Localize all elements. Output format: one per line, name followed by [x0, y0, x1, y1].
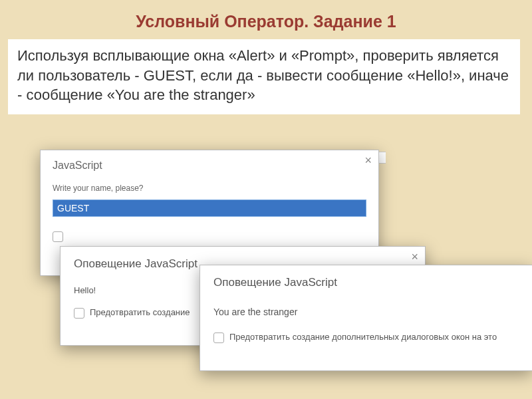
alert-stranger-dialog: Оповещение JavaScript You are the strang… [200, 265, 532, 371]
prevent-checkbox[interactable] [74, 308, 84, 319]
prompt-input[interactable] [53, 200, 366, 217]
alert-message: You are the stranger [200, 307, 532, 332]
close-icon[interactable]: × [411, 251, 418, 263]
prompt-label: Write your name, please? [41, 184, 378, 200]
task-description: Используя всплывающие окна «Alert» и «Pr… [8, 39, 520, 114]
checkbox-label: Предотвратить создание дополнительных ди… [229, 332, 497, 342]
slide-title: Условный Оператор. Задание 1 [0, 0, 532, 39]
close-icon[interactable]: × [364, 154, 372, 166]
dialog-title: JavaScript [41, 150, 378, 184]
dialog-title: Оповещение JavaScript [200, 265, 532, 307]
checkbox-label: Предотвратить создание [90, 307, 190, 317]
background-fragment [379, 152, 386, 164]
prevent-checkbox[interactable] [53, 231, 63, 242]
prevent-checkbox[interactable] [213, 332, 224, 343]
